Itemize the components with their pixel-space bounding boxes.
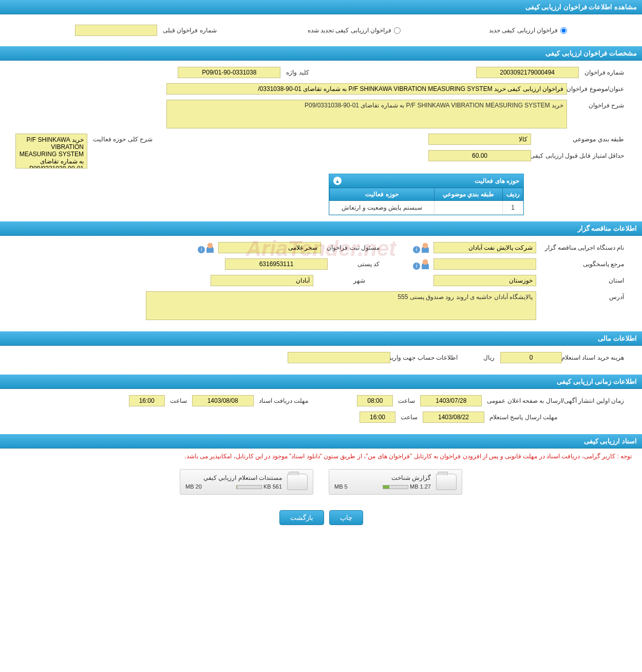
province-label: استان [539,277,627,284]
docs-note: توجه : کاربر گرامی، دریافت اسناد در مهلت… [0,449,642,464]
responder-input[interactable] [433,258,536,270]
table-row: 1 سیستم پایش وضعیت و ارتعاش [330,201,523,215]
prev-call-label: شماره فراخوان قبلی [160,27,219,34]
docs-header: اسناد ارزیابی کیفی [0,434,642,449]
subject-input[interactable] [166,83,567,95]
deadline-date-input[interactable] [192,395,254,406]
account-label: اطلاعات حساب جهت واریز هزینه خرید اسناد [393,354,460,361]
progress-fill [383,486,389,489]
activity-table-wrap: حوزه های فعالیت ▲ ردیف طبقه بندي موضوعي … [329,174,524,215]
info-icon[interactable]: i [198,246,205,253]
org-input[interactable] [433,242,536,253]
activity-area: سیستم پایش وضعیت و ارتعاش [330,201,435,215]
progress-bar [383,485,408,489]
deadline-label: مهلت دریافت اسناد [256,397,311,404]
city-input[interactable] [211,275,313,286]
activity-col-cat: طبقه بندي موضوعي [434,188,502,201]
account-input[interactable] [288,352,390,363]
financial-header: اطلاعات مالی [0,331,642,346]
doc-total: 20 MB [185,483,202,490]
print-button[interactable]: چاپ [329,510,363,525]
keyword-label: کلید واژه [284,69,311,76]
spec-body: شماره فراخوان کلید واژه عنوان/موضوع فراخ… [0,61,642,221]
activity-idx: 1 [503,201,523,215]
page-title: مشاهده اطلاعات فراخوان ارزیابی کیفی [525,3,637,11]
postal-input[interactable] [225,258,328,270]
currency-label: ریال [481,354,497,361]
spec-header: مشخصات فراخوان ارزیابی کیفی [0,46,642,61]
call-no-label: شماره فراخوان [582,69,627,76]
progress-bar [236,485,262,489]
cost-label: هزینه خرید اسناد استعلام ارزیابی کیفی [565,354,627,361]
radio-renewed-eval-input[interactable] [394,27,401,34]
doc-card[interactable]: گزارش شناخت 1.27 MB 5 MB [329,469,462,495]
org-label: نام دستگاه اجرایی مناقصه گزار [539,244,627,251]
doc-cards: گزارش شناخت 1.27 MB 5 MB مستندات استعلام… [0,464,642,500]
person-icon [420,242,430,253]
call-no-input[interactable] [476,67,579,78]
info-icon[interactable]: i [413,263,420,270]
folder-icon [436,474,457,490]
radio-renewed-eval-label: فراخوان ارزیابی کیفی تجدید شده [308,27,391,34]
desc-input[interactable]: خرید P/F SHINKAWA VIBRATION MEASURING SY… [166,100,567,128]
activity-col-area: حوزه فعالیت [330,188,435,201]
hour-label-3: ساعت [398,414,420,421]
publish-label: زمان اولین انتشار آگهی/ارسال به صفحه اعل… [484,397,627,404]
min-score-label: حداقل امتیاز قابل قبول ارزیابی کیفی [534,152,627,159]
prev-call-pair: شماره فراخوان قبلی [75,25,219,36]
address-input[interactable]: پالایشگاه آبادان حاشیه ی اروند رود صندوق… [146,291,536,320]
collapse-icon[interactable]: ▲ [333,177,342,185]
financial-body: هزینه خرید اسناد استعلام ارزیابی کیفی ری… [0,346,642,375]
back-button[interactable]: بازگشت [279,510,324,525]
cat-label: طبقه بندي موضوعي [534,136,627,143]
tenderer-header: اطلاعات مناقصه گزار [0,221,642,236]
doc-card[interactable]: مستندات استعلام ارزيابي کيفي 561 KB 20 M… [180,469,313,495]
deadline-time-input[interactable] [129,395,165,406]
publish-time-input[interactable] [357,395,393,406]
hour-label-2: ساعت [167,397,190,404]
person-icon [420,259,430,269]
city-label: شهر [316,277,368,284]
activity-col-row: ردیف [503,188,523,201]
response-label: مهلت ارسال پاسخ استعلام [487,414,560,421]
page-title-bar: مشاهده اطلاعات فراخوان ارزیابی کیفی [0,0,642,14]
postal-label: کد پستی [331,260,382,268]
timing-header: اطلاعات زمانی ارزیابی کیفی [0,375,642,389]
cat-input[interactable] [428,134,531,145]
activity-header-bar: حوزه های فعالیت ▲ [329,174,523,188]
timing-body: زمان اولین انتشار آگهی/ارسال به صفحه اعل… [0,389,642,434]
desc-label: شرح فراخوان [570,100,627,109]
hour-label-1: ساعت [395,397,418,404]
activity-table: ردیف طبقه بندي موضوعي حوزه فعالیت 1 سیست… [329,188,523,215]
min-score-input[interactable] [428,150,531,161]
province-input[interactable] [433,275,536,286]
responder-label: مرجع پاسخگویی [539,260,627,268]
info-icon[interactable]: i [413,246,420,253]
response-date-input[interactable] [423,412,484,423]
button-row: چاپ بازگشت [0,500,642,535]
doc-title: مستندات استعلام ارزيابي کيفي [185,474,282,481]
response-time-input[interactable] [360,412,395,423]
scope-input[interactable]: خرید P/F SHINKAWA VIBRATION MEASURING SY… [15,134,87,169]
registrar-input[interactable] [218,242,321,253]
call-type-row: فراخوان ارزیابی کیفی جدید فراخوان ارزیاب… [0,14,642,46]
progress-fill [237,486,237,489]
address-label: آدرس [539,291,627,301]
activity-header-title: حوزه های فعالیت [475,177,519,184]
radio-renewed-eval[interactable]: فراخوان ارزیابی کیفی تجدید شده [308,27,401,34]
person-icon [205,242,215,253]
doc-total: 5 MB [334,483,348,490]
publish-date-input[interactable] [420,395,482,406]
prev-call-input[interactable] [75,25,157,36]
radio-new-eval-input[interactable] [560,27,567,34]
doc-used: 561 KB [263,483,282,490]
subject-label: عنوان/موضوع فراخوان [570,85,627,92]
doc-used: 1.27 MB [410,483,431,490]
radio-new-eval-label: فراخوان ارزیابی کیفی جدید [489,27,558,34]
radio-new-eval[interactable]: فراخوان ارزیابی کیفی جدید [489,27,567,34]
registrar-label: مسئول ثبت فراخوان [324,244,382,251]
cost-input[interactable] [500,352,562,363]
scope-label: شرح کلی حوزه فعالیت [90,134,155,143]
keyword-input[interactable] [178,67,280,78]
activity-cat [434,201,502,215]
